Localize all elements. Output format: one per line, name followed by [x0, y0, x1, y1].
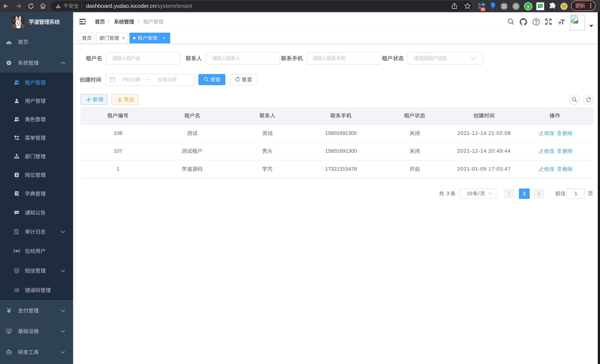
svg-text:10: 10 — [481, 8, 485, 11]
svg-text:y: y — [527, 4, 529, 9]
